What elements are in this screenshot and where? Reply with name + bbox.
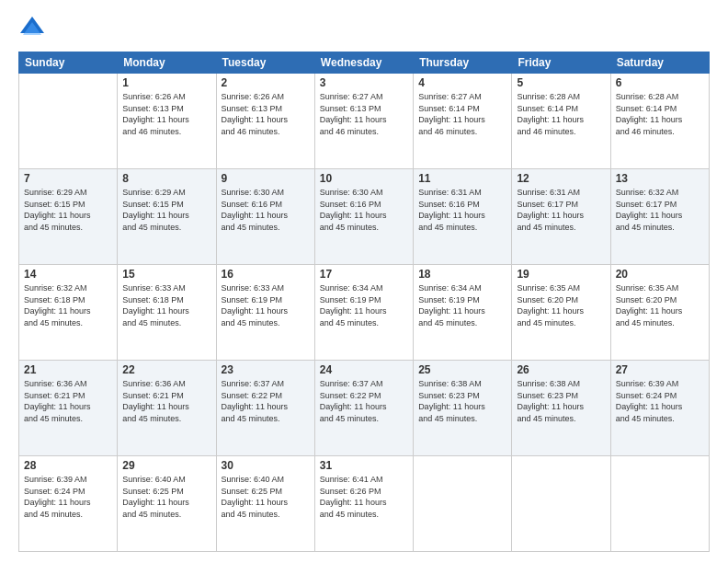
day-info: Sunrise: 6:26 AM Sunset: 6:13 PM Dayligh…	[122, 91, 210, 137]
day-number: 23	[222, 363, 310, 376]
calendar-cell: 12Sunrise: 6:31 AM Sunset: 6:17 PM Dayli…	[512, 169, 610, 265]
day-number: 15	[122, 268, 210, 281]
calendar-cell: 6Sunrise: 6:28 AM Sunset: 6:14 PM Daylig…	[610, 74, 709, 169]
calendar-week-row: 1Sunrise: 6:26 AM Sunset: 6:13 PM Daylig…	[19, 74, 710, 169]
day-number: 7	[24, 172, 112, 185]
day-number: 8	[122, 172, 210, 185]
day-number: 3	[320, 76, 408, 89]
calendar-cell: 30Sunrise: 6:40 AM Sunset: 6:25 PM Dayli…	[216, 456, 314, 552]
day-number: 4	[418, 76, 506, 89]
day-info: Sunrise: 6:27 AM Sunset: 6:14 PM Dayligh…	[418, 91, 506, 137]
day-info: Sunrise: 6:30 AM Sunset: 6:16 PM Dayligh…	[320, 187, 408, 233]
calendar-cell: 7Sunrise: 6:29 AM Sunset: 6:15 PM Daylig…	[19, 169, 118, 265]
calendar-week-row: 21Sunrise: 6:36 AM Sunset: 6:21 PM Dayli…	[19, 361, 710, 456]
calendar-week-row: 7Sunrise: 6:29 AM Sunset: 6:15 PM Daylig…	[19, 169, 710, 265]
day-number: 25	[418, 363, 506, 376]
day-info: Sunrise: 6:28 AM Sunset: 6:14 PM Dayligh…	[616, 91, 704, 137]
day-info: Sunrise: 6:35 AM Sunset: 6:20 PM Dayligh…	[517, 282, 605, 328]
weekday-header-tuesday: Tuesday	[216, 52, 314, 74]
day-info: Sunrise: 6:27 AM Sunset: 6:13 PM Dayligh…	[320, 91, 408, 137]
calendar-cell	[19, 74, 118, 169]
calendar-cell: 16Sunrise: 6:33 AM Sunset: 6:19 PM Dayli…	[216, 265, 314, 361]
day-number: 26	[517, 363, 605, 376]
calendar-cell: 14Sunrise: 6:32 AM Sunset: 6:18 PM Dayli…	[19, 265, 118, 361]
calendar-cell: 9Sunrise: 6:30 AM Sunset: 6:16 PM Daylig…	[216, 169, 314, 265]
calendar-cell: 29Sunrise: 6:40 AM Sunset: 6:25 PM Dayli…	[118, 456, 216, 552]
day-info: Sunrise: 6:32 AM Sunset: 6:18 PM Dayligh…	[24, 282, 112, 328]
day-number: 13	[616, 172, 704, 185]
day-number: 18	[418, 268, 506, 281]
calendar-cell: 15Sunrise: 6:33 AM Sunset: 6:18 PM Dayli…	[118, 265, 216, 361]
weekday-header-row: SundayMondayTuesdayWednesdayThursdayFrid…	[19, 52, 710, 74]
calendar-cell: 19Sunrise: 6:35 AM Sunset: 6:20 PM Dayli…	[512, 265, 610, 361]
day-number: 12	[517, 172, 605, 185]
calendar-cell: 13Sunrise: 6:32 AM Sunset: 6:17 PM Dayli…	[610, 169, 709, 265]
day-number: 10	[320, 172, 408, 185]
day-number: 19	[517, 268, 605, 281]
calendar-cell: 5Sunrise: 6:28 AM Sunset: 6:14 PM Daylig…	[512, 74, 610, 169]
day-number: 29	[122, 459, 210, 472]
day-number: 16	[222, 268, 310, 281]
calendar-cell: 27Sunrise: 6:39 AM Sunset: 6:24 PM Dayli…	[610, 361, 709, 456]
day-info: Sunrise: 6:32 AM Sunset: 6:17 PM Dayligh…	[616, 187, 704, 233]
day-info: Sunrise: 6:30 AM Sunset: 6:16 PM Dayligh…	[222, 187, 310, 233]
calendar-cell: 2Sunrise: 6:26 AM Sunset: 6:13 PM Daylig…	[216, 74, 314, 169]
day-number: 24	[320, 363, 408, 376]
calendar-cell	[610, 456, 709, 552]
calendar-cell: 28Sunrise: 6:39 AM Sunset: 6:24 PM Dayli…	[19, 456, 118, 552]
weekday-header-saturday: Saturday	[610, 52, 709, 74]
day-number: 5	[517, 76, 605, 89]
day-info: Sunrise: 6:34 AM Sunset: 6:19 PM Dayligh…	[418, 282, 506, 328]
calendar-cell: 1Sunrise: 6:26 AM Sunset: 6:13 PM Daylig…	[118, 74, 216, 169]
logo	[18, 15, 46, 42]
calendar-cell: 10Sunrise: 6:30 AM Sunset: 6:16 PM Dayli…	[314, 169, 413, 265]
calendar-cell: 21Sunrise: 6:36 AM Sunset: 6:21 PM Dayli…	[19, 361, 118, 456]
calendar-cell	[414, 456, 512, 552]
day-number: 6	[616, 76, 704, 89]
calendar-cell: 17Sunrise: 6:34 AM Sunset: 6:19 PM Dayli…	[314, 265, 413, 361]
day-number: 9	[222, 172, 310, 185]
day-info: Sunrise: 6:40 AM Sunset: 6:25 PM Dayligh…	[122, 474, 210, 520]
calendar-cell: 3Sunrise: 6:27 AM Sunset: 6:13 PM Daylig…	[314, 74, 413, 169]
day-number: 11	[418, 172, 506, 185]
day-number: 27	[616, 363, 704, 376]
calendar-cell: 25Sunrise: 6:38 AM Sunset: 6:23 PM Dayli…	[414, 361, 512, 456]
calendar-week-row: 28Sunrise: 6:39 AM Sunset: 6:24 PM Dayli…	[19, 456, 710, 552]
calendar-cell: 4Sunrise: 6:27 AM Sunset: 6:14 PM Daylig…	[414, 74, 512, 169]
day-info: Sunrise: 6:29 AM Sunset: 6:15 PM Dayligh…	[24, 187, 112, 233]
day-info: Sunrise: 6:31 AM Sunset: 6:17 PM Dayligh…	[517, 187, 605, 233]
day-info: Sunrise: 6:37 AM Sunset: 6:22 PM Dayligh…	[320, 378, 408, 424]
day-info: Sunrise: 6:26 AM Sunset: 6:13 PM Dayligh…	[222, 91, 310, 137]
day-info: Sunrise: 6:40 AM Sunset: 6:25 PM Dayligh…	[222, 474, 310, 520]
calendar-cell: 26Sunrise: 6:38 AM Sunset: 6:23 PM Dayli…	[512, 361, 610, 456]
weekday-header-wednesday: Wednesday	[314, 52, 413, 74]
header	[18, 15, 710, 42]
page: SundayMondayTuesdayWednesdayThursdayFrid…	[0, 0, 728, 563]
calendar-cell: 11Sunrise: 6:31 AM Sunset: 6:16 PM Dayli…	[414, 169, 512, 265]
day-info: Sunrise: 6:36 AM Sunset: 6:21 PM Dayligh…	[122, 378, 210, 424]
day-number: 20	[616, 268, 704, 281]
weekday-header-monday: Monday	[118, 52, 216, 74]
calendar-cell: 20Sunrise: 6:35 AM Sunset: 6:20 PM Dayli…	[610, 265, 709, 361]
day-info: Sunrise: 6:33 AM Sunset: 6:19 PM Dayligh…	[222, 282, 310, 328]
day-info: Sunrise: 6:36 AM Sunset: 6:21 PM Dayligh…	[24, 378, 112, 424]
day-info: Sunrise: 6:37 AM Sunset: 6:22 PM Dayligh…	[222, 378, 310, 424]
day-info: Sunrise: 6:41 AM Sunset: 6:26 PM Dayligh…	[320, 474, 408, 520]
calendar-cell: 18Sunrise: 6:34 AM Sunset: 6:19 PM Dayli…	[414, 265, 512, 361]
day-number: 1	[122, 76, 210, 89]
calendar-cell	[512, 456, 610, 552]
day-number: 17	[320, 268, 408, 281]
day-number: 22	[122, 363, 210, 376]
day-info: Sunrise: 6:38 AM Sunset: 6:23 PM Dayligh…	[517, 378, 605, 424]
calendar-cell: 23Sunrise: 6:37 AM Sunset: 6:22 PM Dayli…	[216, 361, 314, 456]
calendar-week-row: 14Sunrise: 6:32 AM Sunset: 6:18 PM Dayli…	[19, 265, 710, 361]
day-info: Sunrise: 6:28 AM Sunset: 6:14 PM Dayligh…	[517, 91, 605, 137]
day-info: Sunrise: 6:29 AM Sunset: 6:15 PM Dayligh…	[122, 187, 210, 233]
calendar-cell: 31Sunrise: 6:41 AM Sunset: 6:26 PM Dayli…	[314, 456, 413, 552]
day-info: Sunrise: 6:38 AM Sunset: 6:23 PM Dayligh…	[418, 378, 506, 424]
day-number: 31	[320, 459, 408, 472]
day-info: Sunrise: 6:35 AM Sunset: 6:20 PM Dayligh…	[616, 282, 704, 328]
day-info: Sunrise: 6:39 AM Sunset: 6:24 PM Dayligh…	[24, 474, 112, 520]
day-number: 14	[24, 268, 112, 281]
day-info: Sunrise: 6:33 AM Sunset: 6:18 PM Dayligh…	[122, 282, 210, 328]
